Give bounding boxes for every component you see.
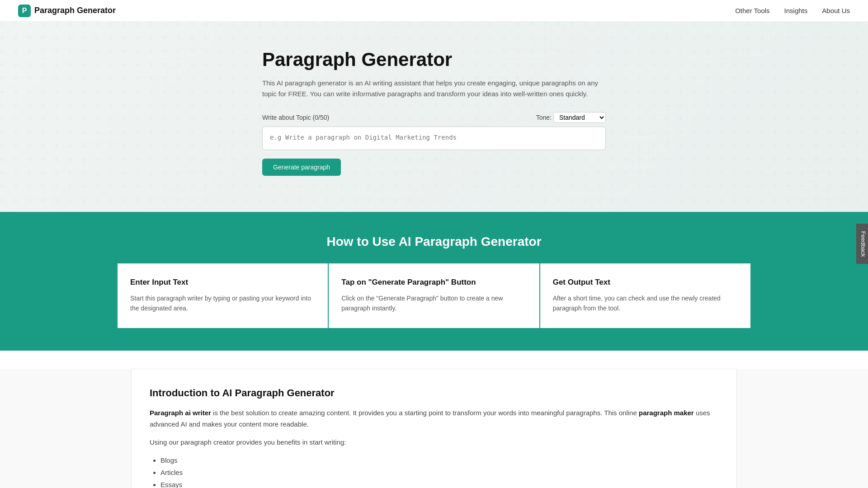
how-to-title: How to Use AI Paragraph Generator [18, 235, 850, 249]
nav-links: Other Tools Insights About Us [735, 7, 850, 14]
step-1-desc: Start this paragraph writer by typing or… [130, 293, 315, 314]
step-card-2: Tap on "Generate Paragraph" Button Click… [329, 263, 539, 328]
intro-link-1[interactable]: Paragraph ai writer [150, 409, 211, 417]
intro-title: Introduction to AI Paragraph Generator [150, 387, 718, 399]
nav-insights[interactable]: Insights [784, 7, 808, 14]
hero-content: Paragraph Generator This AI paragraph ge… [262, 49, 606, 176]
intro-link-2[interactable]: paragraph maker [639, 409, 694, 417]
intro-paragraph-2: Using our paragraph creator provides you… [150, 436, 718, 448]
generate-button[interactable]: Generate paragraph [262, 159, 341, 176]
tone-select[interactable]: Standard Formal Casual Professional [553, 112, 606, 123]
navbar: P Paragraph Generator Other Tools Insigh… [0, 0, 868, 22]
feedback-tab[interactable]: Feedback [856, 224, 868, 264]
logo-icon: P [18, 5, 31, 17]
step-3-title: Get Output Text [553, 278, 738, 287]
list-item: Blogs [160, 454, 718, 466]
step-3-desc: After a short time, you can check and us… [553, 293, 738, 314]
nav-other-tools[interactable]: Other Tools [735, 7, 769, 14]
step-card-3: Get Output Text After a short time, you … [540, 263, 750, 328]
topic-char-count: Write about Topic (0/50) [262, 114, 329, 121]
hero-description: This AI paragraph generator is an AI wri… [262, 78, 606, 99]
nav-about-us[interactable]: About Us [822, 7, 850, 14]
page-title: Paragraph Generator [262, 49, 606, 70]
list-item: Articles [160, 466, 718, 479]
topic-label-row: Write about Topic (0/50) Tone: Standard … [262, 112, 606, 123]
logo-text: Paragraph Generator [34, 6, 116, 15]
tone-label: Tone: Standard Formal Casual Professiona… [536, 112, 606, 123]
step-card-1: Enter Input Text Start this paragraph wr… [118, 263, 328, 328]
step-2-desc: Click on the "Generate Paragraph" button… [341, 293, 526, 314]
how-to-section: How to Use AI Paragraph Generator Enter … [0, 212, 868, 351]
intro-section: Introduction to AI Paragraph Generator P… [131, 369, 737, 488]
step-1-title: Enter Input Text [130, 278, 315, 287]
intro-paragraph-1: Paragraph ai writer is the best solution… [150, 407, 718, 430]
list-item: Essays [160, 479, 718, 488]
steps-grid: Enter Input Text Start this paragraph wr… [118, 263, 750, 328]
intro-para1-middle: is the best solution to create amazing c… [213, 409, 639, 417]
intro-list: Blogs Articles Essays Or get new ideas t… [160, 454, 718, 488]
nav-logo[interactable]: P Paragraph Generator [18, 5, 116, 17]
topic-input[interactable] [262, 127, 606, 150]
step-2-title: Tap on "Generate Paragraph" Button [341, 278, 526, 287]
hero-section: Paragraph Generator This AI paragraph ge… [0, 22, 868, 212]
